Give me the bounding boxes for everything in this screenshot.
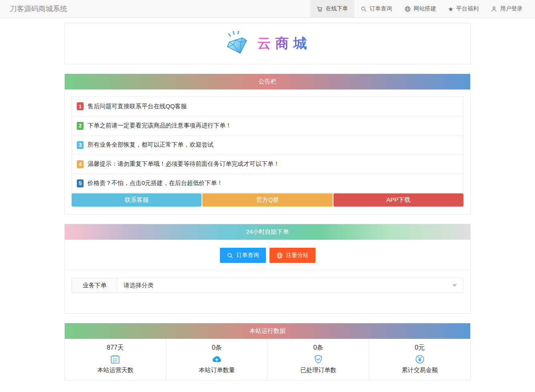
stat-processed-orders: 0条 已处理订单数 — [268, 339, 369, 380]
notice-item: 2 下单之前请一定要看完该商品的注意事项再进行下单！ — [72, 116, 463, 135]
nav-item-user-login[interactable]: 用户登录 — [485, 0, 529, 18]
notice-text: 所有业务全部恢复，都可以正常下单，欢迎尝试 — [88, 141, 214, 149]
notice-text: 下单之前请一定要看完该商品的注意事项再进行下单！ — [88, 122, 232, 129]
cart-icon — [316, 6, 323, 12]
page-bottom-spacer — [64, 380, 471, 392]
yen-circle-icon — [415, 354, 425, 364]
stat-value: 877天 — [107, 344, 124, 352]
contact-support-button[interactable]: 联系客服 — [72, 193, 202, 207]
stat-total-transactions: 0元 累计交易金额 — [369, 339, 470, 380]
navbar: 刀客源码商城系统 在线下单 订单查询 网站搭建 — [0, 0, 535, 18]
notice-number-badge: 2 — [77, 122, 84, 130]
order-query-button[interactable]: 订单查询 — [220, 248, 266, 263]
nav-item-label: 订单查询 — [370, 5, 392, 12]
search-icon — [227, 252, 234, 259]
stat-value: 0元 — [415, 344, 425, 352]
notice-header: 公告栏 — [65, 74, 470, 90]
chevron-down-icon — [452, 284, 457, 287]
stats-row: 877天 本站运营天数 0条 — [65, 339, 470, 380]
nav-item-label: 在线下单 — [326, 5, 348, 12]
notice-text: 售后问题可直接联系平台在线QQ客服 — [88, 103, 187, 110]
logo-text: 云商城 — [258, 34, 311, 53]
business-order-label: 业务下单 — [72, 278, 118, 293]
user-icon — [491, 6, 497, 12]
notice-list: 1 售后问题可直接联系平台在线QQ客服 2 下单之前请一定要看完该商品的注意事项… — [72, 96, 463, 193]
self-order-header: 24小时自助下单 — [65, 224, 470, 240]
notice-number-badge: 4 — [77, 160, 84, 168]
calendar-icon — [110, 354, 120, 364]
notice-buttons: 联系客服 官方Q群 APP下载 — [72, 193, 463, 207]
nav-item-label: 用户登录 — [500, 5, 523, 12]
cloud-upload-icon — [212, 354, 222, 364]
notice-item: 5 价格贵？不怕，点击0元搭建，在后台超低价下单！ — [72, 173, 463, 193]
notice-item: 1 售后问题可直接联系平台在线QQ客服 — [72, 97, 463, 116]
nav-item-order-query[interactable]: 订单查询 — [354, 0, 398, 18]
stats-panel: 本站运行数据 877天 本站运营天数 0条 — [64, 323, 471, 380]
self-order-actions: 订单查询 注册分站 — [65, 240, 470, 270]
stat-label: 本站运营天数 — [97, 366, 133, 374]
stats-header: 本站运行数据 — [65, 323, 470, 339]
nav-item-site-build[interactable]: 网站搭建 — [398, 0, 442, 18]
self-order-panel: 24小时自助下单 订单查询 注册分站 业务下单 — [64, 224, 471, 314]
nav-item-platform-benefits[interactable]: ★ 平台福利 — [442, 0, 485, 18]
star-icon: ★ — [448, 6, 453, 12]
order-query-label: 订单查询 — [237, 252, 259, 259]
register-substation-label: 注册分站 — [286, 252, 309, 259]
notice-number-badge: 5 — [77, 179, 84, 187]
main-nav: 在线下单 订单查询 网站搭建 ★ 平台福利 — [310, 0, 529, 18]
stat-label: 本站订单数量 — [199, 366, 235, 374]
category-select-placeholder: 请选择分类 — [124, 282, 154, 289]
nav-item-online-order[interactable]: 在线下单 — [310, 0, 354, 18]
globe-icon — [276, 252, 283, 259]
stat-order-count: 0条 本站订单数量 — [166, 339, 268, 380]
notice-number-badge: 3 — [77, 141, 84, 149]
site-title: 刀客源码商城系统 — [0, 0, 77, 18]
logo-panel: 云商城 — [64, 23, 471, 64]
stat-operating-days: 877天 本站运营天数 — [65, 339, 166, 380]
shield-check-icon — [313, 354, 323, 364]
official-qq-group-button[interactable]: 官方Q群 — [202, 193, 332, 207]
nav-item-label: 平台福利 — [456, 5, 479, 12]
diamond-icon — [224, 30, 251, 57]
category-select[interactable]: 请选择分类 — [117, 278, 463, 293]
notice-item: 3 所有业务全部恢复，都可以正常下单，欢迎尝试 — [72, 135, 463, 154]
notice-text: 价格贵？不怕，点击0元搭建，在后台超低价下单！ — [88, 179, 223, 187]
stat-value: 0条 — [313, 344, 323, 352]
stat-label: 已处理订单数 — [300, 366, 336, 374]
globe-icon — [404, 6, 411, 12]
stat-label: 累计交易金额 — [402, 366, 438, 374]
business-order-form: 业务下单 请选择分类 — [65, 270, 470, 313]
notice-number-badge: 1 — [77, 102, 84, 110]
app-download-button[interactable]: APP下载 — [333, 193, 463, 207]
notice-panel: 公告栏 1 售后问题可直接联系平台在线QQ客服 2 下单之前请一定要看完该商品的… — [64, 74, 471, 215]
search-icon — [360, 6, 367, 12]
notice-item: 4 温馨提示：请勿重复下单哦！必须要等待前面任务订单完成才可以下单！ — [72, 154, 463, 173]
notice-text: 温馨提示：请勿重复下单哦！必须要等待前面任务订单完成才可以下单！ — [88, 160, 279, 168]
register-substation-button[interactable]: 注册分站 — [269, 248, 315, 263]
stat-value: 0条 — [212, 344, 222, 352]
nav-item-label: 网站搭建 — [414, 5, 436, 12]
